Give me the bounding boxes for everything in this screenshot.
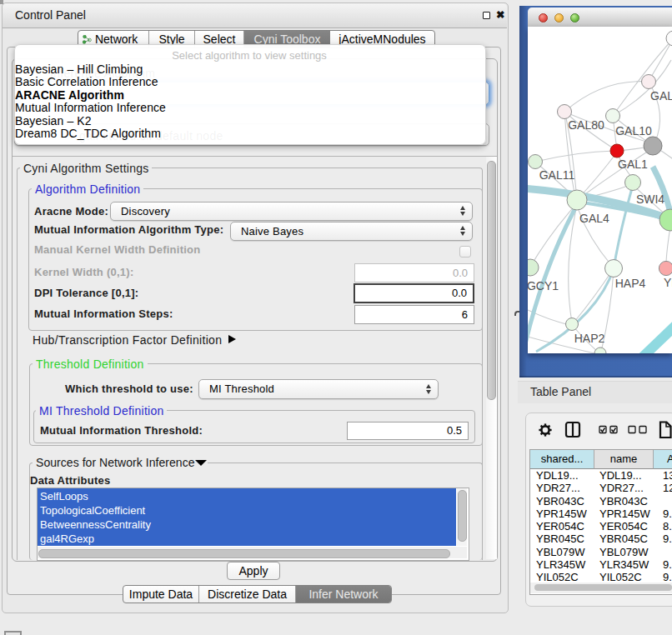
svg-text:GCY1: GCY1 bbox=[528, 279, 559, 292]
svg-text:GAL10: GAL10 bbox=[615, 124, 652, 138]
svg-text:GAL11: GAL11 bbox=[539, 168, 575, 182]
svg-text:GAL4: GAL4 bbox=[579, 212, 609, 225]
svg-text:HAP2: HAP2 bbox=[574, 332, 605, 345]
svg-text:GAL1: GAL1 bbox=[618, 158, 648, 171]
svg-text:HAP4: HAP4 bbox=[615, 277, 646, 290]
svg-text:GAL80: GAL80 bbox=[568, 118, 604, 132]
svg-text:YM: YM bbox=[664, 276, 672, 289]
svg-text:SWI4: SWI4 bbox=[636, 192, 664, 206]
svg-text:GAL7: GAL7 bbox=[650, 89, 672, 102]
